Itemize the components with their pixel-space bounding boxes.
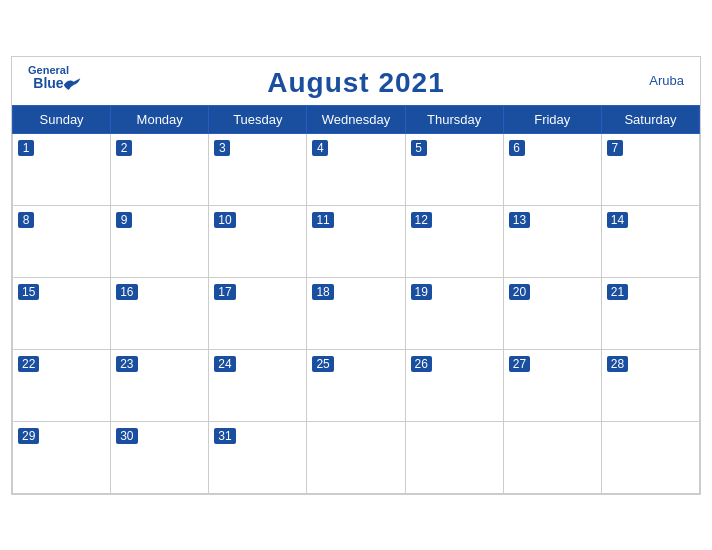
day-number: 6 [509,140,525,156]
day-number: 16 [116,284,137,300]
logo-blue-text: Blue [33,76,63,90]
calendar-header: General Blue August 2021 Aruba [12,57,700,105]
header-thursday: Thursday [405,105,503,133]
day-number: 9 [116,212,132,228]
calendar-day-cell: 9 [111,205,209,277]
calendar-day-cell: 12 [405,205,503,277]
calendar-day-cell: 29 [13,421,111,493]
day-number: 7 [607,140,623,156]
day-number: 21 [607,284,628,300]
calendar-week-row: 15161718192021 [13,277,700,349]
day-number: 18 [312,284,333,300]
calendar-day-cell: 31 [209,421,307,493]
calendar-day-cell: 7 [601,133,699,205]
day-number: 24 [214,356,235,372]
calendar-day-cell [405,421,503,493]
day-number: 10 [214,212,235,228]
day-number: 19 [411,284,432,300]
calendar-table: Sunday Monday Tuesday Wednesday Thursday… [12,105,700,494]
header-monday: Monday [111,105,209,133]
calendar-day-cell: 28 [601,349,699,421]
day-number: 27 [509,356,530,372]
calendar-day-cell: 25 [307,349,405,421]
calendar-day-cell [503,421,601,493]
header-sunday: Sunday [13,105,111,133]
calendar-day-cell: 14 [601,205,699,277]
calendar-day-cell: 2 [111,133,209,205]
calendar-day-cell: 20 [503,277,601,349]
calendar-day-cell: 15 [13,277,111,349]
calendar-day-cell [307,421,405,493]
day-number: 5 [411,140,427,156]
calendar-day-cell [601,421,699,493]
calendar-day-cell: 19 [405,277,503,349]
day-number: 20 [509,284,530,300]
calendar-week-row: 22232425262728 [13,349,700,421]
calendar-day-cell: 1 [13,133,111,205]
calendar-day-cell: 11 [307,205,405,277]
weekday-header-row: Sunday Monday Tuesday Wednesday Thursday… [13,105,700,133]
day-number: 30 [116,428,137,444]
calendar-day-cell: 30 [111,421,209,493]
country-label: Aruba [649,73,684,88]
day-number: 2 [116,140,132,156]
day-number: 13 [509,212,530,228]
month-title: August 2021 [267,67,445,99]
day-number: 11 [312,212,333,228]
calendar-week-row: 293031 [13,421,700,493]
calendar-day-cell: 8 [13,205,111,277]
calendar-day-cell: 4 [307,133,405,205]
day-number: 29 [18,428,39,444]
calendar-day-cell: 26 [405,349,503,421]
header-saturday: Saturday [601,105,699,133]
calendar-day-cell: 22 [13,349,111,421]
calendar-day-cell: 24 [209,349,307,421]
day-number: 3 [214,140,230,156]
logo-bird-icon [62,78,82,92]
day-number: 4 [312,140,328,156]
day-number: 28 [607,356,628,372]
day-number: 14 [607,212,628,228]
day-number: 15 [18,284,39,300]
day-number: 26 [411,356,432,372]
day-number: 23 [116,356,137,372]
calendar-day-cell: 18 [307,277,405,349]
calendar-day-cell: 10 [209,205,307,277]
logo: General Blue [28,65,69,90]
header-friday: Friday [503,105,601,133]
calendar-day-cell: 27 [503,349,601,421]
calendar-day-cell: 16 [111,277,209,349]
calendar-day-cell: 21 [601,277,699,349]
calendar-day-cell: 13 [503,205,601,277]
calendar-week-row: 891011121314 [13,205,700,277]
day-number: 31 [214,428,235,444]
calendar-day-cell: 5 [405,133,503,205]
day-number: 25 [312,356,333,372]
calendar-week-row: 1234567 [13,133,700,205]
day-number: 8 [18,212,34,228]
logo-general-text: General [28,65,69,76]
day-number: 22 [18,356,39,372]
header-wednesday: Wednesday [307,105,405,133]
day-number: 17 [214,284,235,300]
calendar-day-cell: 3 [209,133,307,205]
calendar: General Blue August 2021 Aruba Sunday Mo… [11,56,701,495]
day-number: 1 [18,140,34,156]
calendar-day-cell: 17 [209,277,307,349]
header-tuesday: Tuesday [209,105,307,133]
calendar-day-cell: 6 [503,133,601,205]
calendar-day-cell: 23 [111,349,209,421]
day-number: 12 [411,212,432,228]
